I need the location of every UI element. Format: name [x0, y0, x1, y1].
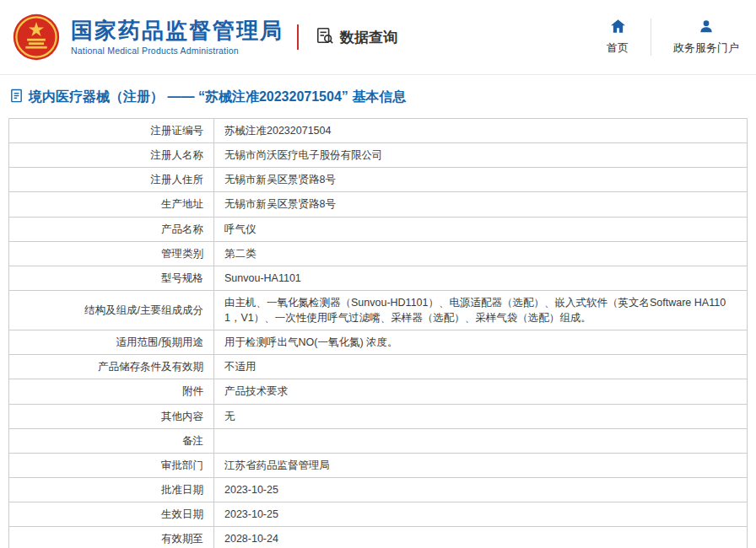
- row-label: 生产地址: [9, 192, 214, 217]
- table-row: 注册证编号苏械注准20232071504: [9, 119, 748, 143]
- header-red-divider: [297, 24, 299, 50]
- row-value: 无锡市新吴区景贤路8号: [214, 192, 748, 217]
- national-emblem-icon: [12, 13, 61, 62]
- row-value: 产品技术要求: [214, 379, 748, 404]
- page-title: 境内医疗器械（注册） —— “苏械注准20232071504” 基本信息: [0, 75, 756, 116]
- site-logo[interactable]: 国家药品监督管理局 National Medical Products Admi…: [12, 13, 284, 62]
- row-label: 产品名称: [9, 217, 214, 241]
- header-right-nav: 首页 政务服务门户: [602, 19, 744, 56]
- table-row: 注册人名称无锡市尚沃医疗电子股份有限公司: [9, 143, 748, 168]
- row-label: 适用范围/预期用途: [9, 330, 214, 355]
- info-table: 注册证编号苏械注准20232071504注册人名称无锡市尚沃医疗电子股份有限公司…: [8, 118, 748, 548]
- table-row: 生效日期2023-10-25: [9, 502, 748, 527]
- row-value: 用于检测呼出气NO(一氧化氮) 浓度。: [214, 330, 748, 355]
- nav-home[interactable]: 首页: [602, 19, 634, 56]
- table-row: 生产地址无锡市新吴区景贤路8号: [9, 192, 748, 217]
- row-value: 2023-10-25: [214, 502, 748, 527]
- row-label: 注册证编号: [9, 119, 214, 143]
- table-row: 型号规格Sunvou-HA1101: [9, 266, 748, 290]
- nav-divider: [651, 19, 651, 56]
- row-label: 管理类别: [9, 241, 214, 266]
- table-row: 注册人住所无锡市新吴区景贤路8号: [9, 168, 748, 192]
- row-value: 江苏省药品监督管理局: [214, 453, 748, 477]
- row-value: 无锡市新吴区景贤路8号: [214, 168, 748, 192]
- row-label: 审批部门: [9, 453, 214, 477]
- nav-home-label: 首页: [607, 40, 629, 56]
- row-label: 产品储存条件及有效期: [9, 355, 214, 379]
- user-icon: [699, 19, 713, 35]
- row-value: 呼气仪: [214, 217, 748, 241]
- row-label: 注册人住所: [9, 168, 214, 192]
- table-row: 其他内容无: [9, 404, 748, 428]
- row-label: 注册人名称: [9, 143, 214, 168]
- data-query-section[interactable]: 数据查询: [316, 26, 397, 49]
- row-label: 结构及组成/主要组成成分: [9, 290, 214, 330]
- row-label: 其他内容: [9, 404, 214, 428]
- table-row: 产品名称呼气仪: [9, 217, 748, 241]
- row-label: 批准日期: [9, 477, 214, 502]
- row-value: 第二类: [214, 241, 748, 266]
- row-value: Sunvou-HA1101: [214, 266, 748, 290]
- row-value: 不适用: [214, 355, 748, 379]
- row-value: 无锡市尚沃医疗电子股份有限公司: [214, 143, 748, 168]
- table-row: 管理类别第二类: [9, 241, 748, 266]
- row-label: 备注: [9, 428, 214, 453]
- document-search-icon: [316, 26, 334, 49]
- row-value: 苏械注准20232071504: [214, 119, 748, 143]
- site-header: 国家药品监督管理局 National Medical Products Admi…: [0, 0, 756, 75]
- nav-portal[interactable]: 政务服务门户: [668, 19, 744, 56]
- row-value: 2023-10-25: [214, 477, 748, 502]
- row-label: 生效日期: [9, 502, 214, 527]
- table-row: 有效期至2028-10-24: [9, 527, 748, 548]
- house-icon: [611, 19, 625, 35]
- row-value: 由主机、一氧化氮检测器（Sunvou-HD1101）、电源适配器（选配）、嵌入式…: [214, 290, 748, 330]
- table-row: 产品储存条件及有效期不适用: [9, 355, 748, 379]
- data-query-label: 数据查询: [340, 28, 397, 47]
- org-name-zh: 国家药品监督管理局: [71, 19, 284, 43]
- table-row: 审批部门江苏省药品监督管理局: [9, 453, 748, 477]
- table-row: 结构及组成/主要组成成分由主机、一氧化氮检测器（Sunvou-HD1101）、电…: [9, 290, 748, 330]
- row-value: 无: [214, 404, 748, 428]
- table-row: 附件产品技术要求: [9, 379, 748, 404]
- document-icon: [10, 89, 23, 106]
- row-label: 型号规格: [9, 266, 214, 290]
- table-row: 批准日期2023-10-25: [9, 477, 748, 502]
- row-label: 有效期至: [9, 527, 214, 548]
- table-row: 适用范围/预期用途用于检测呼出气NO(一氧化氮) 浓度。: [9, 330, 748, 355]
- row-label: 附件: [9, 379, 214, 404]
- nav-portal-label: 政务服务门户: [673, 40, 739, 56]
- org-name-en: National Medical Products Administration: [71, 46, 284, 56]
- row-value: [214, 428, 748, 453]
- page-title-text: 境内医疗器械（注册） —— “苏械注准20232071504” 基本信息: [29, 89, 406, 106]
- row-value: 2028-10-24: [214, 527, 748, 548]
- table-row: 备注: [9, 428, 748, 453]
